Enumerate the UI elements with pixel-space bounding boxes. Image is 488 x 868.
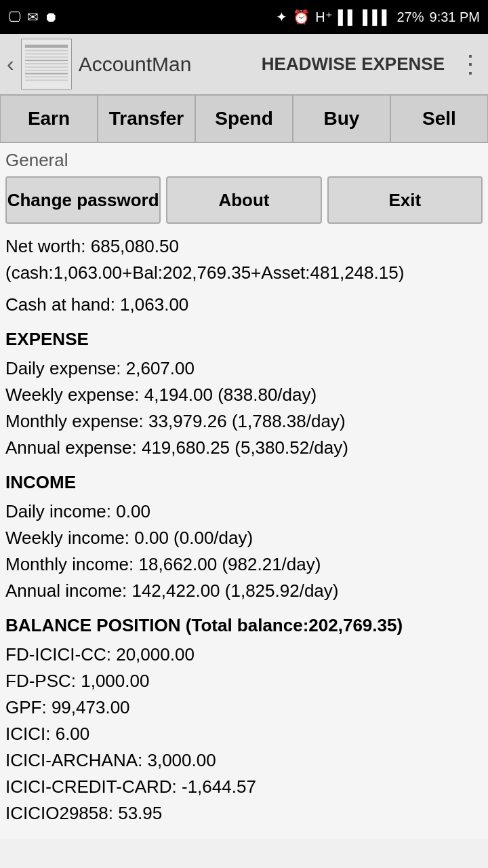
- app-name-label: AccountMan: [79, 53, 262, 76]
- income-annual: Annual income: 142,422.00 (1,825.92/day): [5, 578, 483, 604]
- income-block: INCOME Daily income: 0.00 Weekly income:…: [5, 469, 483, 604]
- transfer-button[interactable]: Transfer: [98, 95, 195, 142]
- balance-item-4: ICICI-ARCHANA: 3,000.00: [5, 747, 483, 774]
- clock-icon: ⏰: [293, 9, 310, 25]
- balance-item-1: FD-PSC: 1,000.00: [5, 668, 483, 694]
- svg-rect-1: [25, 45, 68, 48]
- expense-header: EXPENSE: [5, 326, 483, 353]
- cash-at-hand-value: Cash at hand: 1,063.00: [5, 292, 483, 318]
- expense-block: EXPENSE Daily expense: 2,607.00 Weekly e…: [5, 326, 483, 461]
- menu-button[interactable]: ⋮: [458, 52, 481, 77]
- income-daily: Daily income: 0.00: [5, 498, 483, 525]
- screen-icon: 🖵: [8, 9, 22, 25]
- about-button[interactable]: About: [166, 176, 321, 224]
- notification-icon: ✉: [27, 9, 39, 25]
- svg-rect-5: [25, 60, 68, 61]
- earn-button[interactable]: Earn: [0, 95, 98, 142]
- balance-item-2: GPF: 99,473.00: [5, 694, 483, 721]
- signal-bars-2-icon: ▌▌▌: [363, 9, 392, 25]
- svg-rect-3: [25, 53, 68, 54]
- svg-rect-2: [25, 50, 68, 52]
- balance-item-0: FD-ICICI-CC: 20,000.00: [5, 642, 483, 668]
- svg-rect-6: [25, 63, 68, 64]
- back-button[interactable]: ‹: [7, 52, 14, 77]
- app-icon: [21, 39, 72, 90]
- svg-rect-11: [25, 79, 68, 81]
- income-header: INCOME: [5, 469, 483, 496]
- exit-button[interactable]: Exit: [327, 176, 483, 224]
- bluetooth-icon: ✦: [276, 9, 287, 25]
- balance-item-6: ICICIO29858: 53.95: [5, 800, 483, 827]
- time-label: 9:31 PM: [430, 9, 480, 25]
- svg-rect-4: [25, 56, 68, 58]
- title-bar: ‹ AccountMan HEADWISE EXPENSE ⋮: [0, 34, 488, 95]
- app-icon-status: ⏺: [44, 9, 58, 25]
- main-content: General Change password About Exit Net w…: [0, 143, 488, 839]
- general-label: General: [5, 150, 483, 171]
- balance-block: BALANCE POSITION (Total balance:202,769.…: [5, 612, 483, 827]
- buy-button[interactable]: Buy: [293, 95, 390, 142]
- page-title: HEADWISE EXPENSE: [262, 54, 445, 75]
- expense-daily: Daily expense: 2,607.00: [5, 355, 483, 382]
- battery-label: 27%: [396, 9, 424, 25]
- expense-weekly: Weekly expense: 4,194.00 (838.80/day): [5, 382, 483, 408]
- expense-annual: Annual expense: 419,680.25 (5,380.52/day…: [5, 435, 483, 461]
- balance-header: BALANCE POSITION (Total balance:202,769.…: [5, 612, 483, 639]
- status-bar: 🖵 ✉ ⏺ ✦ ⏰ H⁺ ▌▌ ▌▌▌ 27% 9:31 PM: [0, 0, 488, 34]
- svg-rect-7: [25, 66, 68, 68]
- cash-at-hand: Cash at hand: 1,063.00: [5, 292, 483, 318]
- signal-bars-1-icon: ▌▌: [338, 9, 357, 25]
- income-weekly: Weekly income: 0.00 (0.00/day): [5, 525, 483, 551]
- action-bar: Earn Transfer Spend Buy Sell: [0, 95, 488, 143]
- change-password-button[interactable]: Change password: [5, 176, 161, 224]
- spend-button[interactable]: Spend: [195, 95, 293, 142]
- net-worth-line2: (cash:1,063.00+Bal:202,769.35+Asset:481,…: [5, 260, 483, 286]
- balance-item-5: ICICI-CREDIT-CARD: -1,644.57: [5, 774, 483, 800]
- svg-rect-10: [25, 77, 68, 78]
- general-button-row: Change password About Exit: [5, 176, 483, 224]
- income-monthly: Monthly income: 18,662.00 (982.21/day): [5, 551, 483, 578]
- expense-monthly: Monthly expense: 33,979.26 (1,788.38/day…: [5, 408, 483, 435]
- balance-item-3: ICICI: 6.00: [5, 721, 483, 747]
- net-worth-block: Net worth: 685,080.50 (cash:1,063.00+Bal…: [5, 233, 483, 286]
- net-worth-line1: Net worth: 685,080.50: [5, 233, 483, 260]
- svg-rect-9: [25, 73, 68, 75]
- svg-rect-8: [25, 70, 68, 71]
- signal-h-icon: H⁺: [315, 9, 332, 25]
- sell-button[interactable]: Sell: [390, 95, 488, 142]
